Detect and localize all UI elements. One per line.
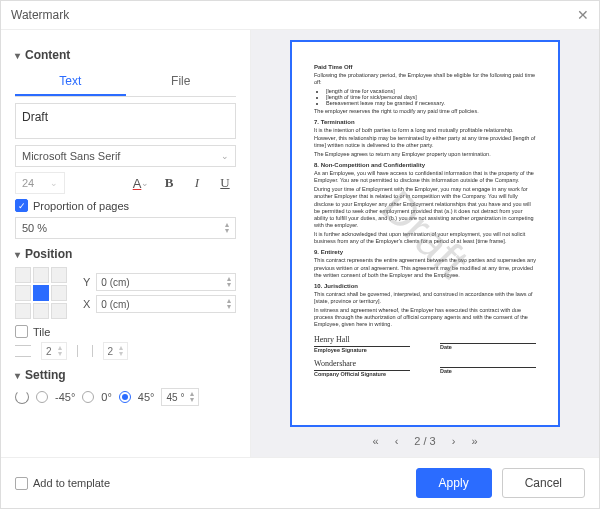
italic-button[interactable]: I — [186, 172, 208, 194]
stepper-arrows-icon: ▴▾ — [190, 391, 194, 403]
main-area: ▾ Content Text File Draft Microsoft Sans… — [1, 30, 599, 457]
doc-text: The Employee agrees to return any Employ… — [314, 151, 536, 158]
doc-list: [length of time for vacations] [length o… — [326, 88, 536, 106]
doc-heading: 10. Jurisdiction — [314, 283, 536, 289]
angle-0-label: 0° — [101, 391, 112, 403]
tile-controls: 2▴▾ 2▴▾ — [15, 342, 236, 360]
tile-label: Tile — [33, 326, 50, 338]
size-value: 24 — [22, 177, 34, 189]
nav-next-button[interactable]: › — [452, 435, 456, 447]
tile-checkbox[interactable]: Tile — [15, 325, 236, 338]
add-template-checkbox[interactable]: Add to template — [15, 477, 110, 490]
checkbox-off-icon — [15, 325, 28, 338]
x-stepper[interactable]: 0 (cm) ▴▾ — [96, 295, 236, 313]
grid-cell[interactable] — [15, 303, 31, 319]
doc-heading: 9. Entirety — [314, 249, 536, 255]
stepper-arrows-icon: ▴▾ — [58, 345, 62, 357]
proportion-checkbox[interactable]: ✓ Proportion of pages — [15, 199, 236, 212]
section-setting-header[interactable]: ▾ Setting — [15, 368, 236, 382]
signature-label: Company Official Signature — [314, 371, 410, 377]
signature-row: Wondershare Company Official Signature D… — [314, 359, 536, 377]
doc-text: Following the probationary period, the E… — [314, 72, 536, 86]
angle-custom-value: 45 ° — [166, 392, 184, 403]
watermark-text-input[interactable]: Draft — [15, 103, 236, 139]
y-label: Y — [83, 276, 90, 288]
format-row: 24 ⌄ A⌄ B I U — [15, 172, 236, 194]
stepper-arrows-icon: ▴▾ — [225, 222, 229, 234]
apply-button[interactable]: Apply — [416, 468, 492, 498]
close-icon[interactable]: ✕ — [577, 7, 589, 23]
font-value: Microsoft Sans Serif — [22, 150, 120, 162]
section-label: Content — [25, 48, 70, 62]
date-label: Date — [440, 344, 536, 350]
grid-cell[interactable] — [33, 303, 49, 319]
page-nav: « ‹ 2 / 3 › » — [373, 435, 478, 447]
tile-v-stepper[interactable]: 2▴▾ — [41, 342, 67, 360]
stepper-arrows-icon: ▴▾ — [227, 276, 231, 288]
page-preview: Draft Paid Time Off Following the probat… — [290, 40, 560, 427]
grid-cell[interactable] — [51, 267, 67, 283]
angle-45-radio[interactable] — [119, 391, 131, 403]
footer: Add to template Apply Cancel — [1, 457, 599, 508]
left-panel: ▾ Content Text File Draft Microsoft Sans… — [1, 30, 251, 457]
content-tabs: Text File — [15, 68, 236, 97]
section-content-header[interactable]: ▾ Content — [15, 48, 236, 62]
chevron-down-icon: ⌄ — [50, 178, 58, 188]
cancel-button[interactable]: Cancel — [502, 468, 585, 498]
angle-neg45-radio[interactable] — [36, 391, 48, 403]
angle-row: -45° 0° 45° 45 ° ▴▾ — [15, 388, 236, 406]
angle-45-label: 45° — [138, 391, 155, 403]
nav-prev-button[interactable]: ‹ — [395, 435, 399, 447]
add-template-label: Add to template — [33, 477, 110, 489]
underline-button[interactable]: U — [214, 172, 236, 194]
font-size-select[interactable]: 24 ⌄ — [15, 172, 65, 194]
section-label: Position — [25, 247, 72, 261]
doc-text: This contract represents the entire agre… — [314, 257, 536, 278]
signature-label: Employee Signature — [314, 347, 410, 353]
tab-file[interactable]: File — [126, 68, 237, 96]
section-position-header[interactable]: ▾ Position — [15, 247, 236, 261]
font-color-button[interactable]: A⌄ — [130, 172, 152, 194]
grid-cell[interactable] — [15, 285, 31, 301]
tile-h-value: 2 — [108, 346, 114, 357]
doc-heading: 8. Non-Competition and Confidentiality — [314, 162, 536, 168]
doc-text: The employer reserves the right to modif… — [314, 108, 536, 115]
chevron-down-icon: ▾ — [15, 249, 20, 260]
doc-list-item: Bereavement leave may be granted if nece… — [326, 100, 536, 106]
angle-0-radio[interactable] — [82, 391, 94, 403]
section-label: Setting — [25, 368, 66, 382]
grid-cell[interactable] — [15, 267, 31, 283]
watermark-dialog: Watermark ✕ ▾ Content Text File Draft Mi… — [0, 0, 600, 509]
chevron-down-icon: ▾ — [15, 370, 20, 381]
doc-text: This contract shall be governed, interpr… — [314, 291, 536, 305]
tile-v-value: 2 — [46, 346, 52, 357]
checkbox-off-icon — [15, 477, 28, 490]
grid-cell-selected[interactable] — [33, 285, 49, 301]
doc-text: It is further acknowledged that upon ter… — [314, 231, 536, 245]
grid-cell[interactable] — [33, 267, 49, 283]
proportion-value-stepper[interactable]: 50 % ▴▾ — [15, 217, 236, 239]
y-stepper[interactable]: 0 (cm) ▴▾ — [96, 273, 236, 291]
signature-row: Henry Hall Employee Signature Date — [314, 335, 536, 353]
tile-horizontal-icon — [77, 345, 93, 357]
grid-cell[interactable] — [51, 303, 67, 319]
angle-custom-stepper[interactable]: 45 ° ▴▾ — [161, 388, 199, 406]
position-grid[interactable] — [15, 267, 67, 319]
nav-last-button[interactable]: » — [471, 435, 477, 447]
chevron-down-icon: ⌄ — [221, 151, 229, 161]
font-select[interactable]: Microsoft Sans Serif ⌄ — [15, 145, 236, 167]
signature-name: Henry Hall — [314, 335, 410, 344]
angle-neg45-label: -45° — [55, 391, 75, 403]
doc-text: As an Employee, you will have access to … — [314, 170, 536, 184]
preview-panel: Draft Paid Time Off Following the probat… — [251, 30, 599, 457]
tab-text[interactable]: Text — [15, 68, 126, 96]
tile-h-stepper[interactable]: 2▴▾ — [103, 342, 129, 360]
x-label: X — [83, 298, 90, 310]
position-controls: Y 0 (cm) ▴▾ X 0 (cm) ▴▾ — [15, 267, 236, 319]
nav-first-button[interactable]: « — [373, 435, 379, 447]
doc-text: It is the intention of both parties to f… — [314, 127, 536, 148]
bold-button[interactable]: B — [158, 172, 180, 194]
titlebar: Watermark ✕ — [1, 1, 599, 30]
grid-cell[interactable] — [51, 285, 67, 301]
doc-text: In witness and agreement whereof, the Em… — [314, 307, 536, 328]
